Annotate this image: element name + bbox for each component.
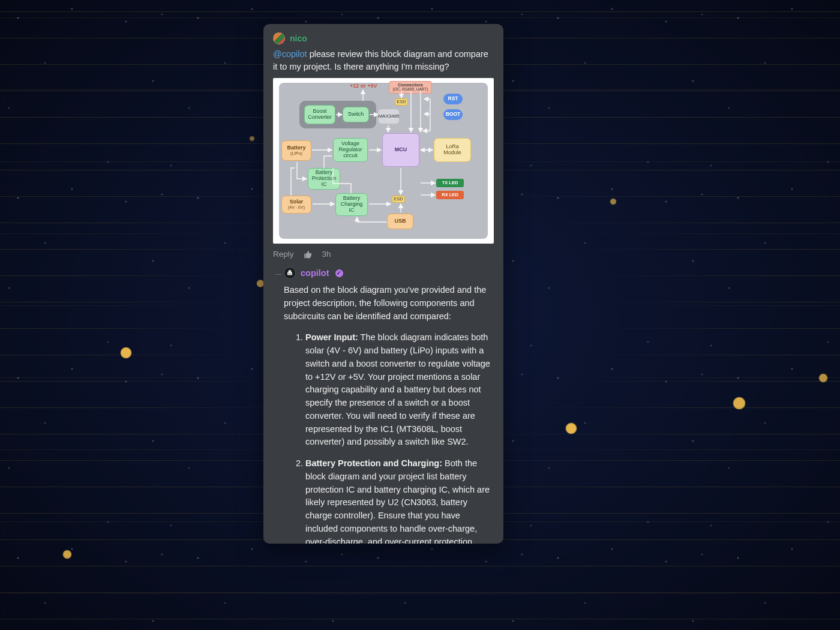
user-avatar[interactable] — [273, 32, 285, 44]
copilot-name[interactable]: copilot — [301, 268, 329, 278]
block-diagram-image[interactable]: +12 or +5V Connectors (I2C, RS485, UART)… — [273, 78, 494, 244]
diagram-arrows — [273, 78, 494, 244]
copilot-analysis-list: Power Input: The block diagram indicates… — [284, 331, 494, 544]
copilot-avatar-icon[interactable] — [284, 267, 296, 279]
copilot-intro: Based on the block diagram you've provid… — [284, 284, 494, 323]
user-message-body: @copilot please review this block diagra… — [273, 48, 494, 73]
like-button[interactable] — [304, 250, 313, 259]
verified-badge-icon — [335, 269, 343, 277]
user-message: nico @copilot please review this block d… — [273, 32, 494, 259]
mention-copilot[interactable]: @copilot — [273, 49, 307, 59]
analysis-item-battery: Battery Protection and Charging: Both th… — [305, 457, 494, 544]
user-name[interactable]: nico — [290, 34, 307, 43]
reply-button[interactable]: Reply — [273, 250, 294, 259]
copilot-reply: copilot Based on the block diagram you'v… — [273, 267, 494, 544]
timestamp: 3h — [322, 250, 331, 259]
chat-panel: nico @copilot please review this block d… — [263, 24, 503, 544]
message-actions: Reply 3h — [273, 250, 494, 259]
analysis-item-power-input: Power Input: The block diagram indicates… — [305, 331, 494, 449]
